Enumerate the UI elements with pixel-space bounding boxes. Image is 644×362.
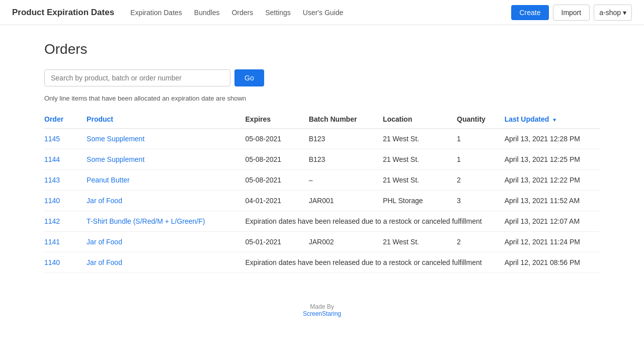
last-updated-cell: April 13, 2021 12:28 PM <box>505 129 600 149</box>
product-link[interactable]: Peanut Butter <box>87 176 130 184</box>
product-link[interactable]: Jar of Food <box>87 258 122 266</box>
order-cell: 1141 <box>44 232 87 252</box>
orders-table: Order Product Expires Batch Number Locat… <box>44 110 600 273</box>
location-cell: 21 West St. <box>383 170 457 191</box>
create-button[interactable]: Create <box>511 5 548 20</box>
quantity-cell: 3 <box>457 191 505 211</box>
product-link[interactable]: Jar of Food <box>87 197 122 205</box>
product-link[interactable]: Some Supplement <box>87 155 144 163</box>
order-link[interactable]: 1142 <box>44 217 60 225</box>
location-cell: 21 West St. <box>383 149 457 170</box>
product-cell: Some Supplement <box>87 129 245 149</box>
table-body: 1145 Some Supplement 05-08-2021 B123 21 … <box>44 129 600 273</box>
order-cell: 1140 <box>44 191 87 211</box>
order-link[interactable]: 1145 <box>44 135 60 143</box>
location-cell: 21 West St. <box>383 232 457 252</box>
col-header-product: Product <box>87 110 245 129</box>
navbar-actions: Create Import a-shop ▾ <box>511 5 632 21</box>
quantity-cell: 1 <box>457 129 505 149</box>
note-cell: Expiration dates have been released due … <box>246 211 505 232</box>
app-brand: Product Expiration Dates <box>12 8 114 18</box>
search-bar: Go <box>44 69 600 86</box>
table-row: 1142 T-Shirt Bundle (S/Red/M + L/Green/F… <box>44 211 600 232</box>
col-header-last-updated[interactable]: Last Updated ▼ <box>505 110 600 129</box>
product-link[interactable]: Jar of Food <box>87 238 122 246</box>
nav-bundles[interactable]: Bundles <box>194 9 220 17</box>
chevron-down-icon: ▾ <box>623 9 626 17</box>
note-cell: Expiration dates have been released due … <box>246 252 505 273</box>
location-cell: PHL Storage <box>383 191 457 211</box>
main-content: Orders Go Only line items that have been… <box>0 25 644 333</box>
table-row: 1144 Some Supplement 05-08-2021 B123 21 … <box>44 149 600 170</box>
product-cell: Jar of Food <box>87 252 245 273</box>
order-link[interactable]: 1141 <box>44 238 60 246</box>
expires-cell: 05-08-2021 <box>246 170 309 191</box>
product-cell: Some Supplement <box>87 149 245 170</box>
nav-expiration-dates[interactable]: Expiration Dates <box>130 9 182 17</box>
search-go-button[interactable]: Go <box>234 69 264 86</box>
nav-orders[interactable]: Orders <box>231 9 253 17</box>
batch-cell: JAR002 <box>309 232 383 252</box>
sort-arrow-icon: ▼ <box>552 117 557 123</box>
shop-selector[interactable]: a-shop ▾ <box>594 5 632 21</box>
quantity-cell: 2 <box>457 170 505 191</box>
col-header-expires: Expires <box>246 110 309 129</box>
table-header-row: Order Product Expires Batch Number Locat… <box>44 110 600 129</box>
nav-users-guide[interactable]: User's Guide <box>303 9 343 17</box>
nav-links: Expiration Dates Bundles Orders Settings… <box>130 9 511 17</box>
last-updated-cell: April 13, 2021 11:52 AM <box>505 191 600 211</box>
order-link[interactable]: 1140 <box>44 258 60 266</box>
quantity-cell: 1 <box>457 149 505 170</box>
col-header-quantity: Quantity <box>457 110 505 129</box>
last-updated-cell: April 12, 2021 08:56 PM <box>505 252 600 273</box>
quantity-cell: 2 <box>457 232 505 252</box>
expires-cell: 05-08-2021 <box>246 129 309 149</box>
last-updated-sort-link[interactable]: Last Updated ▼ <box>505 115 557 123</box>
order-cell: 1144 <box>44 149 87 170</box>
batch-cell: B123 <box>309 129 383 149</box>
order-link[interactable]: 1140 <box>44 197 60 205</box>
expires-cell: 05-01-2021 <box>246 232 309 252</box>
table-row: 1145 Some Supplement 05-08-2021 B123 21 … <box>44 129 600 149</box>
product-sort-link[interactable]: Product <box>87 115 113 123</box>
location-cell: 21 West St. <box>383 129 457 149</box>
nav-settings[interactable]: Settings <box>265 9 291 17</box>
batch-cell: – <box>309 170 383 191</box>
product-cell: Peanut Butter <box>87 170 245 191</box>
product-link[interactable]: Some Supplement <box>87 135 144 143</box>
last-updated-cell: April 13, 2021 12:07 AM <box>505 211 600 232</box>
company-link[interactable]: ScreenStaring <box>303 310 341 317</box>
import-button[interactable]: Import <box>553 5 590 21</box>
shop-name: a-shop <box>599 9 621 17</box>
table-row: 1141 Jar of Food 05-01-2021 JAR002 21 We… <box>44 232 600 252</box>
order-cell: 1140 <box>44 252 87 273</box>
order-cell: 1143 <box>44 170 87 191</box>
made-by-label: Made By <box>44 303 600 310</box>
table-row: 1140 Jar of Food 04-01-2021 JAR001 PHL S… <box>44 191 600 211</box>
expires-cell: 04-01-2021 <box>246 191 309 211</box>
last-updated-cell: April 13, 2021 12:22 PM <box>505 170 600 191</box>
last-updated-cell: April 13, 2021 12:25 PM <box>505 149 600 170</box>
info-text: Only line items that have been allocated… <box>44 95 600 102</box>
col-header-order: Order <box>44 110 87 129</box>
product-cell: T-Shirt Bundle (S/Red/M + L/Green/F) <box>87 211 245 232</box>
page-title: Orders <box>44 41 600 57</box>
expires-cell: 05-08-2021 <box>246 149 309 170</box>
batch-cell: B123 <box>309 149 383 170</box>
navbar: Product Expiration Dates Expiration Date… <box>0 0 644 25</box>
last-updated-cell: April 12, 2021 11:24 PM <box>505 232 600 252</box>
order-cell: 1142 <box>44 211 87 232</box>
batch-cell: JAR001 <box>309 191 383 211</box>
order-cell: 1145 <box>44 129 87 149</box>
order-sort-link[interactable]: Order <box>44 115 63 123</box>
table-row: 1140 Jar of Food Expiration dates have b… <box>44 252 600 273</box>
search-input[interactable] <box>44 69 230 86</box>
footer: Made By ScreenStaring <box>44 303 600 317</box>
col-header-batch: Batch Number <box>309 110 383 129</box>
product-link[interactable]: T-Shirt Bundle (S/Red/M + L/Green/F) <box>87 217 205 225</box>
product-cell: Jar of Food <box>87 232 245 252</box>
col-header-location: Location <box>383 110 457 129</box>
order-link[interactable]: 1143 <box>44 176 60 184</box>
product-cell: Jar of Food <box>87 191 245 211</box>
order-link[interactable]: 1144 <box>44 155 60 163</box>
